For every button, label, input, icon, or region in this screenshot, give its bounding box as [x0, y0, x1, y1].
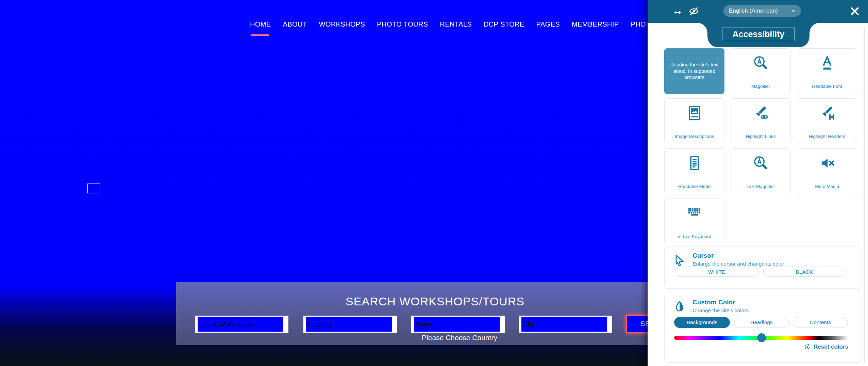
tours-workshops-select-value: Tours/Workshops — [198, 317, 283, 332]
tours-workshops-select[interactable]: Tours/Workshops — [195, 316, 288, 333]
cursor-white-button[interactable]: WHITE — [675, 267, 759, 277]
image-descriptions-icon — [665, 104, 724, 122]
language-select[interactable]: English (American) — [723, 5, 801, 17]
nav-item-workshops[interactable]: WORKSHOPS — [319, 20, 365, 28]
contents-tab[interactable]: Contents — [793, 317, 848, 328]
tile-label: Highlight Links — [732, 134, 789, 139]
readable-font-tile[interactable]: Readable Font — [797, 48, 857, 94]
accessibility-title: Accessibility — [722, 28, 795, 41]
backgrounds-tab[interactable]: Backgrounds — [674, 317, 730, 328]
tile-label: Virtual Keyboard — [666, 234, 723, 239]
tile-label: Readable Mode — [666, 184, 723, 189]
tile-label: Highlight Headers — [799, 134, 855, 139]
custom-color-subtitle: Change the site's colors — [692, 307, 749, 314]
accessibility-tab-curve-left — [697, 23, 707, 33]
nav-item-membership[interactable]: MEMBERSHIP — [572, 20, 619, 28]
virtual-keyboard-icon — [665, 204, 724, 222]
virtual-keyboard-tile[interactable]: Virtual Keyboard — [664, 198, 724, 244]
accessibility-options-grid: Reading the site's text aloud, in suppor… — [664, 48, 857, 244]
search-title: SEARCH WORKSHOPS/TOURS — [346, 295, 524, 308]
image-descriptions-tile[interactable]: Image Descriptions — [664, 98, 724, 144]
reset-icon — [803, 343, 811, 351]
chevron-down-icon — [791, 10, 796, 12]
highlight-headers-tile[interactable]: Highlight Headers — [797, 98, 857, 144]
mute-media-icon — [797, 154, 857, 172]
nav-item-about[interactable]: ABOUT — [283, 20, 307, 28]
readable-font-icon — [797, 54, 857, 72]
reset-colors-button[interactable]: Reset colors — [803, 343, 848, 351]
country-select[interactable]: Country — [303, 316, 397, 333]
search-workshops-panel: SEARCH WORKSHOPS/TOURS Tours/Workshops C… — [176, 282, 649, 345]
text-magnifier-tile[interactable]: Text Magnifier — [731, 148, 791, 194]
accessibility-panel: ↔ English (American) Accessibility Readi… — [648, 0, 868, 366]
headings-tab[interactable]: Headings — [734, 317, 789, 328]
main-nav: HOME ABOUT WORKSHOPS PHOTO TOURS RENTALS… — [250, 20, 677, 28]
tile-label: Mute Media — [799, 184, 855, 189]
readable-mode-icon — [665, 154, 724, 172]
tile-label: Image Descriptions — [666, 134, 723, 139]
cursor-icon — [673, 253, 686, 267]
nav-item-rentals[interactable]: RENTALS — [440, 20, 472, 28]
cursor-black-button[interactable]: BLACK — [763, 267, 846, 277]
panel-scrollbar[interactable] — [864, 27, 865, 363]
magnifier-icon — [731, 54, 790, 72]
screen-reader-tooltip: Reading the site's text aloud, in suppor… — [669, 62, 720, 81]
resize-panel-icon[interactable]: ↔ — [672, 4, 683, 17]
color-slider[interactable] — [674, 336, 849, 340]
tile-label: Magnifier — [732, 84, 789, 89]
readable-mode-tile[interactable]: Readable Mode — [664, 148, 724, 194]
highlight-links-tile[interactable]: Highlight Links — [731, 98, 791, 144]
tile-label: Text Magnifier — [732, 184, 789, 189]
reset-colors-label: Reset colors — [814, 344, 848, 350]
hide-widget-icon[interactable] — [688, 6, 699, 17]
cursor-section: Cursor Enlarge the cursor and change its… — [664, 246, 861, 289]
nav-item-pages[interactable]: PAGES — [536, 20, 560, 28]
magnifier-tile[interactable]: Magnifier — [731, 48, 791, 94]
language-select-value: English (American) — [729, 7, 778, 14]
nav-item-home[interactable]: HOME — [250, 20, 271, 28]
state-select-value: State — [414, 317, 500, 332]
text-magnifier-icon — [731, 154, 790, 172]
country-select-value: Country — [306, 317, 392, 332]
tile-label: Readable Font — [799, 84, 855, 89]
accessibility-panel-header: ↔ English (American) — [648, 0, 868, 23]
screen-reader-tile[interactable]: Reading the site's text aloud, in suppor… — [664, 48, 724, 94]
custom-color-title: Custom Color — [692, 299, 735, 306]
color-droplet-icon — [673, 300, 686, 314]
highlight-headers-icon — [797, 104, 857, 122]
cursor-subtitle: Enlarge the cursor and change its color — [692, 261, 784, 267]
hero-outline-box — [87, 184, 100, 193]
accessibility-tab: Accessibility — [707, 23, 809, 47]
city-select-value: City — [521, 317, 607, 332]
close-panel-button[interactable] — [850, 6, 860, 16]
custom-color-section: Custom Color Change the site's colors Ba… — [664, 293, 861, 363]
city-select[interactable]: City — [519, 316, 612, 333]
mute-media-tile[interactable]: Mute Media — [797, 148, 857, 194]
color-slider-thumb[interactable] — [757, 333, 766, 342]
search-helper-text: Please Choose Country — [422, 334, 497, 342]
state-select[interactable]: State — [411, 316, 505, 333]
accessibility-tab-curve-right — [809, 23, 820, 33]
highlight-links-icon — [731, 104, 790, 122]
cursor-title: Cursor — [692, 252, 714, 259]
nav-item-photo-tours[interactable]: PHOTO TOURS — [377, 20, 428, 28]
nav-item-dcp-store[interactable]: DCP STORE — [484, 20, 524, 28]
page: HOME ABOUT WORKSHOPS PHOTO TOURS RENTALS… — [0, 0, 868, 366]
